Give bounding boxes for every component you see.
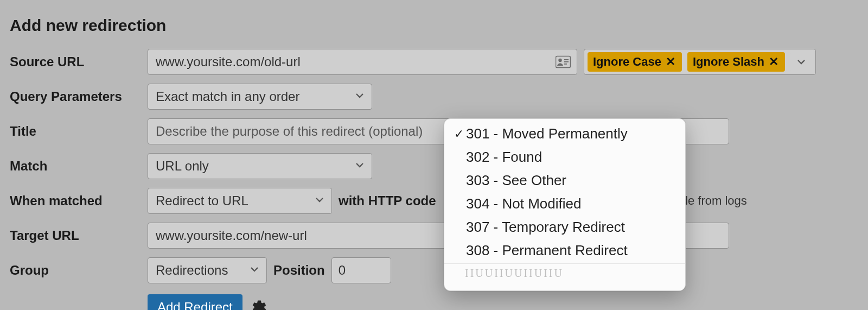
http-code-option[interactable]: 302 - Found [444,145,685,169]
select-value: Exact match in any order [156,89,299,104]
row-source-url: Source URL Ignore Case ✕ [10,49,858,75]
chevron-down-icon [249,264,260,275]
row-query-parameters: Query Parameters Exact match in any orde… [10,84,858,110]
row-when-matched: When matched Redirect to URL with HTTP c… [10,188,858,214]
svg-rect-3 [564,61,569,62]
group-select[interactable]: Redirections [148,257,267,283]
source-url-input[interactable] [148,49,577,75]
row-title: Title [10,118,858,144]
select-value: URL only [156,159,209,174]
label-group: Group [10,263,142,278]
svg-rect-4 [564,64,567,65]
label-query-parameters: Query Parameters [10,89,142,104]
row-group: Group Redirections Position [10,257,858,283]
label-with-http-code: with HTTP code [339,193,436,208]
http-code-option[interactable]: ✓ 301 - Moved Permanently [444,122,685,145]
option-label: 303 - See Other [466,172,566,189]
option-label: 301 - Moved Permanently [466,125,628,142]
option-label: 304 - Not Modified [466,195,581,212]
chevron-down-icon [314,194,325,205]
select-value: Redirect to URL [156,193,248,208]
position-input[interactable] [331,257,391,283]
chip-remove-icon[interactable]: ✕ [665,55,676,69]
gear-icon[interactable] [251,299,267,310]
row-buttons: Add Redirect [10,292,858,310]
option-label: 302 - Found [466,149,542,166]
chevron-down-icon [354,90,365,101]
svg-point-1 [558,59,561,62]
http-code-option[interactable]: 307 - Temporary Redirect [444,216,685,239]
chevron-down-icon [354,160,365,170]
chip-label: Ignore Case [593,55,661,69]
label-position: Position [273,263,325,278]
match-select[interactable]: URL only [148,153,372,179]
query-parameters-select[interactable]: Exact match in any order [148,84,372,110]
option-label: 308 - Permanent Redirect [466,242,628,259]
chevron-down-icon [796,56,807,67]
http-code-option[interactable]: 303 - See Other [444,169,685,192]
http-code-dropdown[interactable]: ✓ 301 - Moved Permanently 302 - Found 30… [444,118,686,291]
source-options-chipbox[interactable]: Ignore Case ✕ Ignore Slash ✕ [584,49,816,75]
address-card-icon [556,55,571,68]
http-code-option[interactable]: 304 - Not Modified [444,192,685,216]
svg-rect-2 [564,59,569,60]
chip-label: Ignore Slash [693,55,764,69]
option-label: 307 - Temporary Redirect [466,219,625,236]
chip-ignore-case[interactable]: Ignore Case ✕ [588,52,682,72]
label-when-matched: When matched [10,193,142,208]
http-code-option[interactable]: 308 - Permanent Redirect [444,239,685,262]
row-target-url: Target URL [10,223,858,249]
page-title: Add new redirection [10,16,858,35]
label-title: Title [10,124,142,139]
check-icon: ✓ [454,127,464,141]
chip-remove-icon[interactable]: ✕ [768,55,780,69]
label-match: Match [10,159,142,174]
chip-add-more-dropdown[interactable] [790,52,812,72]
label-source-url: Source URL [10,54,142,69]
popup-divider-decorative: IIUUIIUUIIUIIU [444,263,685,280]
row-match: Match URL only [10,153,858,179]
select-value: Redirections [156,263,228,278]
label-target-url: Target URL [10,228,142,243]
when-matched-select[interactable]: Redirect to URL [148,188,332,214]
add-redirect-button[interactable]: Add Redirect [148,294,242,310]
chip-ignore-slash[interactable]: Ignore Slash ✕ [687,52,785,72]
